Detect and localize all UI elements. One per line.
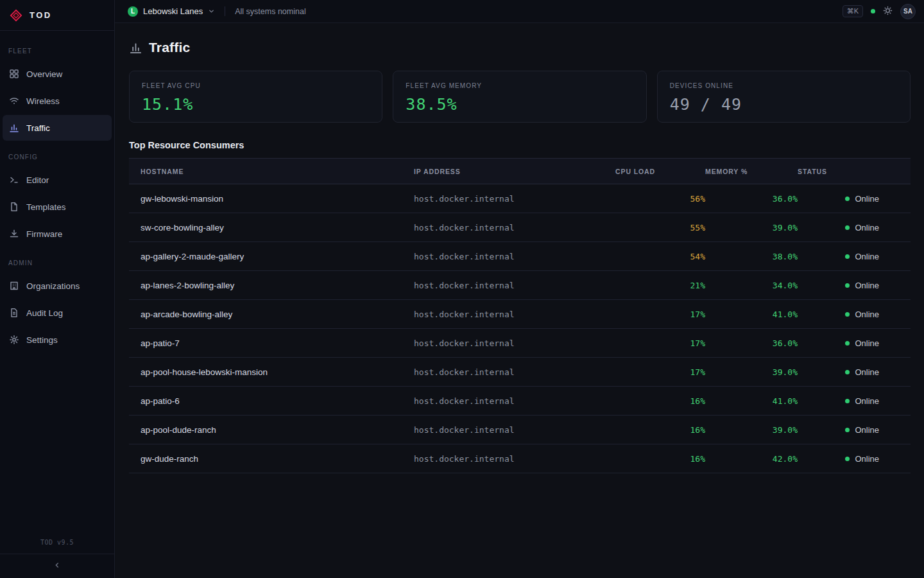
cell-hostname: sw-core-bowling-alley	[129, 213, 404, 242]
sidebar-item-traffic[interactable]: Traffic	[3, 115, 112, 141]
top-bar-right: ⌘K SA	[843, 4, 916, 19]
cell-hostname: ap-gallery-2-maude-gallery	[129, 242, 404, 271]
cell-status: Online	[798, 416, 911, 444]
online-dot	[845, 283, 850, 288]
user-avatar[interactable]: SA	[900, 4, 916, 19]
column-header-memory: MEMORY %	[705, 159, 798, 184]
table-row[interactable]: ap-arcade-bowling-alley host.docker.inte…	[129, 300, 911, 329]
stat-value: 49 / 49	[670, 95, 898, 114]
page-content: Traffic FLEET AVG CPU 15.1% FLEET AVG ME…	[115, 23, 924, 578]
cell-cpu-load: 16%	[615, 387, 705, 416]
command-palette-shortcut[interactable]: ⌘K	[843, 5, 863, 17]
sidebar-item-templates[interactable]: Templates	[3, 194, 112, 220]
org-name: Lebowski Lanes	[143, 6, 203, 16]
cell-cpu-load: 17%	[615, 358, 705, 387]
sidebar-item-wireless[interactable]: Wireless	[3, 88, 112, 114]
online-dot	[845, 254, 850, 259]
top-consumers-table: HOSTNAME IP ADDRESS CPU LOAD MEMORY % ST…	[129, 158, 911, 473]
online-dot	[845, 225, 850, 230]
sidebar-item-label: Overview	[26, 69, 62, 79]
table-row[interactable]: gw-dude-ranch host.docker.internal 16% 4…	[129, 444, 911, 473]
sidebar-item-overview[interactable]: Overview	[3, 61, 112, 87]
nav-section-fleet: FLEET	[0, 36, 114, 60]
cell-ip: host.docker.internal	[404, 329, 615, 358]
system-status-text: All systems nominal	[235, 7, 305, 16]
cell-cpu-load: 55%	[615, 213, 705, 242]
cell-hostname: ap-patio-7	[129, 329, 404, 358]
table-row[interactable]: ap-pool-dude-ranch host.docker.internal …	[129, 416, 911, 444]
online-dot	[845, 312, 850, 317]
bar-chart-icon	[129, 41, 142, 55]
health-dot	[871, 9, 875, 13]
cell-memory: 41.0%	[705, 387, 798, 416]
terminal-icon	[8, 175, 19, 186]
cell-memory: 39.0%	[705, 213, 798, 242]
cell-memory: 39.0%	[705, 358, 798, 387]
page-title-row: Traffic	[129, 40, 911, 55]
status-label: Online	[855, 223, 879, 232]
online-dot	[845, 399, 850, 403]
file-icon	[8, 202, 19, 213]
status-label: Online	[855, 281, 879, 290]
download-icon	[8, 229, 19, 240]
cell-cpu-load: 21%	[615, 271, 705, 300]
app-version: TOD v9.5	[0, 539, 114, 554]
audit-file-icon	[8, 308, 19, 319]
table-row[interactable]: ap-patio-6 host.docker.internal 16% 41.0…	[129, 387, 911, 416]
cell-hostname: ap-pool-dude-ranch	[129, 416, 404, 444]
stat-card-devices-online: DEVICES ONLINE 49 / 49	[657, 71, 911, 123]
theme-toggle-button[interactable]	[883, 6, 893, 17]
status-label: Online	[855, 310, 879, 319]
status-label: Online	[855, 396, 879, 406]
sidebar-item-editor[interactable]: Editor	[3, 167, 112, 193]
cell-ip: host.docker.internal	[404, 300, 615, 329]
cell-hostname: ap-lanes-2-bowling-alley	[129, 271, 404, 300]
table-row[interactable]: ap-lanes-2-bowling-alley host.docker.int…	[129, 271, 911, 300]
table-row[interactable]: sw-core-bowling-alley host.docker.intern…	[129, 213, 911, 242]
cell-status: Online	[798, 358, 911, 387]
table-section-title: Top Resource Consumers	[129, 140, 911, 150]
cell-memory: 38.0%	[705, 242, 798, 271]
table-row[interactable]: ap-pool-house-lebowski-mansion host.dock…	[129, 358, 911, 387]
cell-status: Online	[798, 242, 911, 271]
table-row[interactable]: ap-gallery-2-maude-gallery host.docker.i…	[129, 242, 911, 271]
status-label: Online	[855, 425, 879, 435]
stat-value: 38.5%	[406, 95, 633, 114]
app-logo-icon	[8, 8, 24, 23]
sidebar-item-settings[interactable]: Settings	[3, 327, 112, 353]
cell-ip: host.docker.internal	[404, 242, 615, 271]
cell-ip: host.docker.internal	[404, 416, 615, 444]
cell-status: Online	[798, 387, 911, 416]
grid-icon	[8, 69, 19, 80]
bar-chart-icon	[8, 123, 19, 134]
cell-memory: 39.0%	[705, 416, 798, 444]
sidebar-item-label: Audit Log	[26, 308, 63, 318]
sidebar-item-label: Settings	[26, 335, 58, 345]
sidebar-item-organizations[interactable]: Organizations	[3, 273, 112, 299]
status-label: Online	[855, 338, 879, 348]
table-header: HOSTNAME IP ADDRESS CPU LOAD MEMORY % ST…	[129, 159, 911, 184]
cell-memory: 36.0%	[705, 184, 798, 213]
cell-hostname: ap-arcade-bowling-alley	[129, 300, 404, 329]
sidebar-collapse-button[interactable]	[0, 554, 114, 578]
table-row[interactable]: gw-lebowski-mansion host.docker.internal…	[129, 184, 911, 213]
org-switcher[interactable]: L Lebowski Lanes	[128, 6, 215, 17]
column-header-status: STATUS	[798, 159, 911, 184]
cell-status: Online	[798, 444, 911, 473]
sidebar-item-audit-log[interactable]: Audit Log	[3, 300, 112, 326]
stat-value: 15.1%	[142, 95, 370, 114]
app-name: TOD	[30, 10, 52, 20]
sidebar-item-label: Editor	[26, 175, 49, 185]
cell-ip: host.docker.internal	[404, 213, 615, 242]
table-row[interactable]: ap-patio-7 host.docker.internal 17% 36.0…	[129, 329, 911, 358]
cell-ip: host.docker.internal	[404, 387, 615, 416]
divider	[225, 6, 225, 16]
online-dot	[845, 341, 850, 346]
nav-section-admin: ADMIN	[0, 248, 114, 272]
cell-memory: 41.0%	[705, 300, 798, 329]
status-label: Online	[855, 454, 879, 464]
sidebar-item-firmware[interactable]: Firmware	[3, 221, 112, 247]
status-label: Online	[855, 367, 879, 377]
sidebar-item-label: Firmware	[26, 229, 62, 239]
cell-hostname: gw-dude-ranch	[129, 444, 404, 473]
